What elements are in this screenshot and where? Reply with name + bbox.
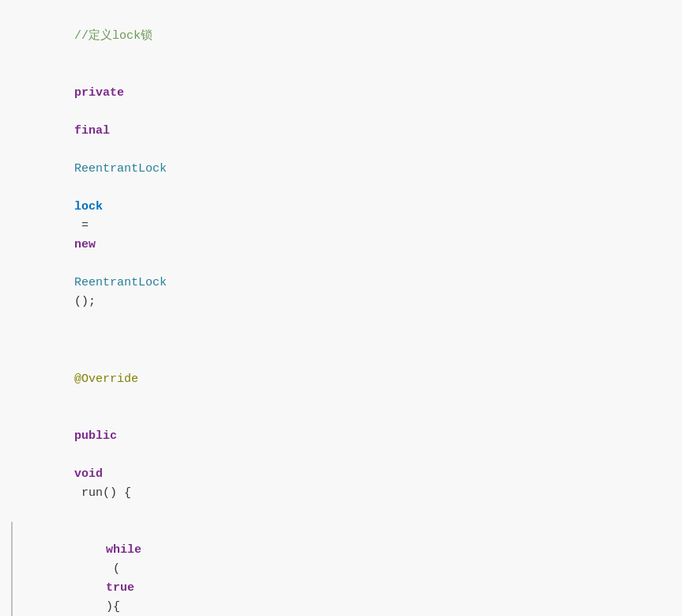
type-name: ReentrantLock [74, 162, 167, 176]
code-line [0, 331, 682, 351]
code-line: private final ReentrantLock lock = new R… [0, 65, 682, 331]
type-name: ReentrantLock [74, 276, 167, 289]
keyword: while [106, 543, 141, 557]
keyword: void [74, 467, 103, 481]
annotation: @Override [74, 372, 138, 386]
code-editor: //定义lock锁 private final ReentrantLock lo… [0, 0, 682, 616]
keyword: final [74, 124, 110, 138]
keyword: new [74, 238, 96, 251]
code-line: //定义lock锁 [0, 8, 682, 65]
keyword: public [74, 429, 117, 443]
code-line: public void run() { [0, 408, 682, 522]
keyword: private [74, 86, 124, 100]
keyword: true [106, 581, 134, 595]
comment-text: //定义lock锁 [74, 29, 153, 43]
code-line: @Override [0, 351, 682, 408]
field-name: lock [74, 200, 103, 214]
indent-guide [11, 522, 13, 616]
code-line: while ( true ){ [0, 522, 682, 616]
